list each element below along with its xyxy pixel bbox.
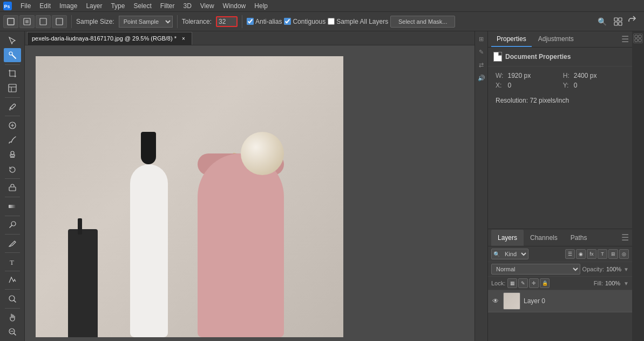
menu-3d[interactable]: 3D bbox=[179, 0, 195, 12]
kind-icon-type[interactable]: T bbox=[598, 249, 607, 259]
menu-type[interactable]: Type bbox=[106, 0, 129, 12]
glass-orb bbox=[241, 132, 284, 175]
menu-file[interactable]: File bbox=[16, 0, 35, 12]
layers-menu-icon[interactable]: ☰ bbox=[621, 232, 629, 243]
tabs-bar: pexels-daria-liudnaya-8167170.jpg @ 29.5… bbox=[25, 31, 474, 45]
tool-mode-add[interactable] bbox=[19, 15, 35, 28]
y-label: Y: bbox=[563, 82, 570, 89]
tool-mode-intersect[interactable] bbox=[52, 15, 67, 28]
tool-sep-9 bbox=[5, 271, 20, 271]
svg-line-26 bbox=[14, 333, 16, 335]
menu-edit[interactable]: Edit bbox=[35, 0, 55, 12]
select-mask-button[interactable]: Select and Mask... bbox=[390, 16, 455, 28]
lock-position[interactable]: ✛ bbox=[529, 278, 539, 288]
tool-spot-heal[interactable] bbox=[4, 118, 21, 132]
contiguous-checkbox[interactable] bbox=[284, 18, 291, 25]
spray-bottle-small bbox=[68, 229, 98, 337]
doc-props-header: Document Properties bbox=[488, 48, 632, 66]
tool-path-selection[interactable] bbox=[4, 273, 21, 287]
lock-transparent[interactable]: ▦ bbox=[507, 278, 517, 288]
tool-pen[interactable] bbox=[4, 237, 21, 250]
document-tab[interactable]: pexels-daria-liudnaya-8167170.jpg @ 29.5… bbox=[27, 32, 192, 45]
h-value: 2400 px bbox=[574, 72, 625, 79]
tool-hand[interactable] bbox=[4, 310, 21, 324]
lock-all[interactable]: 🔒 bbox=[540, 278, 550, 288]
canvas-strip-sound[interactable]: 🔊 bbox=[476, 72, 487, 83]
layer-kind-select[interactable]: Kind bbox=[491, 249, 528, 259]
layer-visibility-toggle[interactable]: 👁 bbox=[491, 297, 500, 305]
anti-alias-label[interactable]: Anti-alias bbox=[247, 18, 282, 25]
tab-paths[interactable]: Paths bbox=[564, 230, 594, 246]
svg-text:Ps: Ps bbox=[4, 4, 10, 9]
canvas-strip-grid[interactable]: ⊞ bbox=[476, 34, 487, 44]
canvas-strip-adjust[interactable]: ⇄ bbox=[476, 59, 487, 70]
svg-rect-29 bbox=[639, 35, 641, 38]
image-background bbox=[36, 56, 343, 337]
menu-image[interactable]: Image bbox=[55, 0, 82, 12]
kind-icon-shape[interactable]: ⊞ bbox=[608, 249, 618, 259]
contiguous-label[interactable]: Contiguous bbox=[284, 18, 326, 25]
kind-icon-smart[interactable]: ◎ bbox=[619, 249, 629, 259]
right-strip-properties[interactable] bbox=[633, 34, 643, 43]
tool-zoom[interactable] bbox=[4, 292, 21, 305]
sample-size-select[interactable]: Point Sample bbox=[119, 16, 173, 28]
layers-search-wrap: 🔍 Kind bbox=[491, 249, 563, 259]
tool-selection[interactable] bbox=[4, 34, 21, 47]
sample-all-layers-checkbox[interactable] bbox=[328, 18, 335, 25]
anti-alias-checkbox[interactable] bbox=[247, 18, 254, 25]
tool-mode-rect[interactable] bbox=[3, 15, 18, 28]
tool-mode-subtract[interactable] bbox=[36, 15, 51, 28]
svg-line-12 bbox=[12, 55, 16, 58]
menu-view[interactable]: View bbox=[196, 0, 219, 12]
tool-stamp[interactable] bbox=[4, 148, 21, 162]
tool-dodge[interactable] bbox=[4, 218, 21, 232]
tool-zoom-out[interactable] bbox=[4, 325, 21, 339]
opacity-decrease[interactable]: ▼ bbox=[623, 266, 629, 272]
layer-item-0[interactable]: 👁 Layer 0 bbox=[488, 290, 632, 312]
properties-menu-icon[interactable]: ☰ bbox=[621, 34, 629, 44]
tab-layers[interactable]: Layers bbox=[491, 230, 524, 246]
canvas-strip-edit[interactable]: ✎ bbox=[476, 46, 487, 57]
tab-adjustments[interactable]: Adjustments bbox=[533, 32, 579, 47]
canvas[interactable] bbox=[25, 45, 474, 341]
lock-label: Lock: bbox=[491, 280, 505, 286]
layers-controls: 🔍 Kind ☰ ◉ fx T ⊞ ◎ bbox=[488, 246, 632, 262]
layout-button[interactable] bbox=[612, 15, 625, 28]
menu-help[interactable]: Help bbox=[250, 0, 272, 12]
tool-sep-5 bbox=[5, 197, 20, 197]
kind-icon-fx[interactable]: fx bbox=[587, 249, 596, 259]
tool-type[interactable]: T bbox=[4, 255, 21, 269]
share-button[interactable] bbox=[628, 15, 641, 28]
svg-rect-4 bbox=[25, 20, 29, 23]
svg-rect-8 bbox=[619, 18, 622, 21]
svg-rect-9 bbox=[614, 22, 618, 25]
tab-properties[interactable]: Properties bbox=[491, 32, 532, 47]
tab-channels[interactable]: Channels bbox=[524, 230, 564, 246]
white-bottle-cap bbox=[141, 132, 156, 164]
tool-history[interactable] bbox=[4, 163, 21, 176]
svg-rect-20 bbox=[9, 205, 16, 208]
blend-mode-select[interactable]: Normal bbox=[491, 264, 580, 275]
blend-opacity-row: Normal Opacity: 100% ▼ bbox=[488, 262, 632, 277]
tab-close-button[interactable]: × bbox=[180, 35, 187, 42]
sample-all-layers-label[interactable]: Sample All Layers bbox=[328, 18, 388, 25]
kind-icon-pixel[interactable]: ◉ bbox=[576, 249, 586, 259]
tool-brush[interactable] bbox=[4, 133, 21, 146]
menu-filter[interactable]: Filter bbox=[156, 0, 179, 12]
tolerance-input[interactable] bbox=[219, 18, 235, 25]
tool-sep-2 bbox=[5, 97, 20, 98]
menu-layer[interactable]: Layer bbox=[82, 0, 106, 12]
fill-decrease[interactable]: ▼ bbox=[623, 280, 629, 286]
tool-crop[interactable] bbox=[4, 66, 21, 80]
lock-image[interactable]: ✎ bbox=[518, 278, 528, 288]
search-button[interactable]: 🔍 bbox=[595, 15, 608, 28]
menu-window[interactable]: Window bbox=[219, 0, 250, 12]
tool-magic-wand[interactable] bbox=[4, 48, 21, 62]
tool-gradient[interactable] bbox=[4, 199, 21, 213]
tool-eraser[interactable] bbox=[4, 181, 21, 195]
tool-eyedropper[interactable] bbox=[4, 100, 21, 113]
kind-icon-all[interactable]: ☰ bbox=[565, 249, 575, 259]
tool-slice[interactable] bbox=[4, 82, 21, 95]
svg-rect-30 bbox=[635, 39, 638, 42]
menu-select[interactable]: Select bbox=[129, 0, 155, 12]
